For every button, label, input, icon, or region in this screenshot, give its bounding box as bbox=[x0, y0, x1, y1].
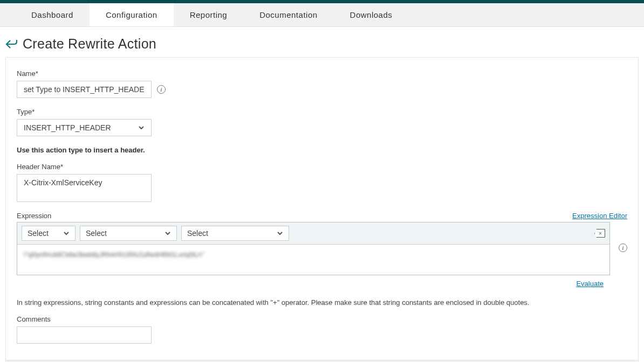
comments-input[interactable] bbox=[17, 326, 152, 344]
name-label: Name* bbox=[17, 69, 627, 78]
type-label: Type* bbox=[17, 108, 627, 116]
type-hint: Use this action type to insert a header. bbox=[17, 146, 627, 154]
expression-toolbar: Select Select Select × bbox=[17, 222, 609, 245]
nav-documentation[interactable]: Documentation bbox=[243, 3, 333, 26]
info-icon[interactable]: i bbox=[157, 85, 166, 94]
form-area: Name* i Type* INSERT_HTTP_HEADER Use thi… bbox=[5, 57, 639, 360]
main-nav: Dashboard Configuration Reporting Docume… bbox=[0, 3, 644, 27]
expression-editor-link[interactable]: Expression Editor bbox=[572, 212, 627, 220]
chevron-down-icon bbox=[63, 230, 70, 236]
evaluate-link[interactable]: Evaluate bbox=[576, 280, 604, 288]
comments-label: Comments bbox=[17, 315, 627, 323]
nav-reporting[interactable]: Reporting bbox=[174, 3, 244, 26]
nav-dashboard[interactable]: Dashboard bbox=[15, 3, 90, 26]
type-select[interactable]: INSERT_HTTP_HEADER bbox=[17, 119, 152, 136]
title-row: Create Rewrite Action bbox=[0, 27, 644, 57]
expression-textarea[interactable]: \"ql0ynfi#ub8Ck6w3bwb8yJRb4#9105NJ1dfwdH… bbox=[17, 245, 609, 275]
chevron-down-icon bbox=[277, 230, 283, 236]
expr-select-2[interactable]: Select bbox=[80, 226, 177, 241]
page-title: Create Rewrite Action bbox=[23, 36, 156, 52]
expr-select-1[interactable]: Select bbox=[22, 226, 76, 241]
expression-label: Expression bbox=[17, 212, 51, 220]
nav-configuration[interactable]: Configuration bbox=[90, 3, 174, 26]
header-name-label: Header Name* bbox=[17, 163, 627, 171]
nav-downloads[interactable]: Downloads bbox=[334, 3, 409, 26]
back-arrow-icon[interactable] bbox=[5, 39, 17, 50]
expression-box: Select Select Select × \"ql0ynfi#ub8Ck6w… bbox=[17, 222, 610, 275]
expr-select-3[interactable]: Select bbox=[181, 226, 289, 241]
header-name-input[interactable]: X-Citrix-XmlServiceKey bbox=[17, 174, 152, 202]
chevron-down-icon bbox=[165, 230, 171, 236]
clear-expression-icon[interactable]: × bbox=[594, 229, 605, 238]
name-input[interactable] bbox=[17, 81, 152, 98]
chevron-down-icon bbox=[138, 124, 145, 131]
expression-hint: In string expressions, string constants … bbox=[17, 298, 627, 307]
type-select-value: INSERT_HTTP_HEADER bbox=[24, 123, 111, 132]
info-icon[interactable]: i bbox=[619, 243, 627, 252]
